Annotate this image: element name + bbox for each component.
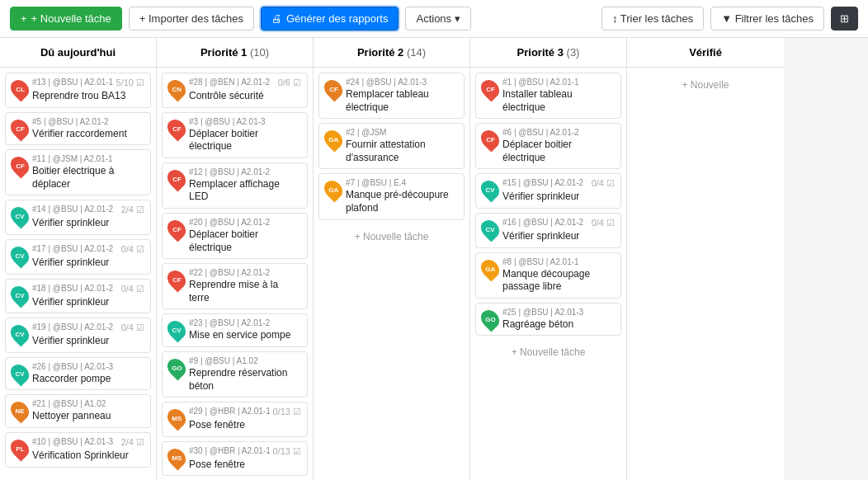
- task-card[interactable]: NE #21 | @BSU | A1.02 Nettoyer panneau: [5, 394, 151, 428]
- card-inner: CF #6 | @BSU | A2.01-2 Déplacer boitier …: [482, 128, 615, 164]
- task-pin: CF: [163, 115, 189, 141]
- column-header-priority2: Priorité 2 (14): [314, 38, 469, 68]
- task-card[interactable]: CF #11 | @JSM | A2.01-1 Boitier électriq…: [5, 149, 151, 195]
- column-body-today: CL #13 | @BSU | A2.01-1 5/10 ☑ Reprendre…: [0, 68, 156, 480]
- task-card[interactable]: CV #26 | @BSU | A2.01-3 Raccorder pompe: [5, 357, 151, 391]
- task-card[interactable]: CV #23 | @BSU | A2.01-2 Mise en service …: [162, 313, 308, 347]
- card-inner: GA #2 | @JSM Fournir attestation d'assur…: [325, 128, 458, 164]
- task-card[interactable]: CF #24 | @BSU | A2.01-3 Remplacer tablea…: [318, 73, 465, 119]
- card-title: Vérifier sprinkleur: [32, 335, 144, 348]
- card-inner: CF #5 | @BSU | A2.01-2 Vérifier raccorde…: [12, 117, 144, 141]
- card-meta: #15 | @BSU | A2.01-2 0/4 ☑: [502, 178, 615, 189]
- card-progress: 5/10 ☑: [116, 78, 144, 88]
- card-inner: CF #1 | @BSU | A2.01-1 Installer tableau…: [482, 78, 615, 114]
- card-title: Déplacer boitier électrique: [189, 228, 301, 254]
- card-meta: #12 | @BSU | A2.01-2: [189, 167, 301, 176]
- card-meta: #2 | @JSM: [346, 128, 458, 137]
- card-inner: CL #13 | @BSU | A2.01-1 5/10 ☑ Reprendre…: [12, 78, 144, 103]
- task-card[interactable]: GA #7 | @BSU | E.4 Manque pré-découpure …: [318, 173, 465, 219]
- column-count: (14): [407, 46, 426, 59]
- card-inner: CV #15 | @BSU | A2.01-2 0/4 ☑ Vérifier s…: [482, 178, 615, 204]
- card-meta: #3 | @BSU | A2.01-3: [189, 117, 301, 126]
- task-pin: GO: [163, 355, 189, 380]
- task-pin: GA: [477, 256, 502, 281]
- task-pin: CF: [477, 76, 502, 101]
- sort-button[interactable]: ↕ Trier les tâches: [601, 7, 704, 31]
- board: Dû aujourd'hui CL #13 | @BSU | A2.01-1 5…: [0, 38, 868, 480]
- card-meta: #18 | @BSU | A2.01-2 0/4 ☑: [32, 284, 144, 294]
- task-pin: CV: [7, 322, 32, 347]
- column-label: Dû aujourd'hui: [40, 46, 116, 59]
- actions-button[interactable]: Actions ▾: [405, 7, 470, 31]
- card-title: Déplacer boitier électrique: [189, 128, 301, 153]
- task-pin: GA: [320, 127, 346, 153]
- card-inner: CF #24 | @BSU | A2.01-3 Remplacer tablea…: [325, 78, 458, 114]
- task-pin: MS: [163, 406, 189, 431]
- new-task-priority3[interactable]: + Nouvelle tâche: [475, 340, 621, 365]
- task-card[interactable]: CV #16 | @BSU | A2.01-2 0/4 ☑ Vérifier s…: [475, 213, 621, 248]
- task-card[interactable]: GO #25 | @BSU | A2.01-3 Ragréage béton: [475, 303, 621, 336]
- task-pin: GO: [477, 306, 502, 332]
- task-card[interactable]: CV #17 | @BSU | A2.01-2 0/4 ☑ Vérifier s…: [5, 239, 151, 275]
- grid-icon: ⊞: [840, 12, 849, 25]
- task-card[interactable]: CF #6 | @BSU | A2.01-2 Déplacer boitier …: [475, 123, 621, 169]
- card-meta: #8 | @BSU | A2.01-1: [502, 257, 615, 266]
- card-title: Fournir attestation d'assurance: [346, 139, 458, 164]
- card-title: Ragréage béton: [502, 318, 615, 332]
- card-title: Pose fenêtre: [189, 459, 301, 472]
- card-meta: #6 | @BSU | A2.01-2: [502, 128, 615, 137]
- task-card[interactable]: CL #13 | @BSU | A2.01-1 5/10 ☑ Reprendre…: [5, 73, 151, 108]
- card-meta: #10 | @BSU | A2.01-3 2/4 ☑: [32, 437, 144, 448]
- filter-button[interactable]: ▼ Filtrer les tâches: [710, 7, 824, 31]
- task-card[interactable]: CV #14 | @BSU | A2.01-2 2/4 ☑ Vérifier s…: [5, 200, 151, 235]
- task-pin: CV: [7, 242, 32, 268]
- column-label: Priorité 2: [357, 46, 403, 59]
- task-card[interactable]: CN #28 | @BEN | A2.01-2 0/6 ☑ Contrôle s…: [162, 73, 308, 108]
- card-title: Vérifier sprinkleur: [32, 256, 144, 270]
- column-label: Vérifié: [689, 46, 722, 59]
- column-priority1: Priorité 1 (10) CN #28 | @BEN | A2.01-2 …: [157, 38, 314, 480]
- task-card[interactable]: CF #5 | @BSU | A2.01-2 Vérifier raccorde…: [5, 112, 151, 146]
- column-body-priority2: CF #24 | @BSU | A2.01-3 Remplacer tablea…: [314, 68, 469, 480]
- task-card[interactable]: MS #30 | @HBR | A2.01-1 0/13 ☑ Pose fenê…: [162, 441, 308, 477]
- card-meta: #14 | @BSU | A2.01-2 2/4 ☑: [32, 205, 144, 215]
- task-pin: CV: [163, 318, 189, 343]
- task-card[interactable]: GA #2 | @JSM Fournir attestation d'assur…: [318, 123, 465, 169]
- task-pin: PL: [7, 435, 32, 461]
- column-label: Priorité 3: [517, 46, 564, 59]
- card-meta: #5 | @BSU | A2.01-2: [32, 117, 144, 126]
- task-card[interactable]: CV #19 | @BSU | A2.01-2 0/4 ☑ Vérifier s…: [5, 318, 151, 353]
- card-progress: 2/4 ☑: [121, 205, 144, 215]
- task-card[interactable]: PL #10 | @BSU | A2.01-3 2/4 ☑ Vérificati…: [5, 432, 151, 468]
- task-pin: NE: [7, 398, 32, 424]
- new-task-button[interactable]: + + Nouvelle tâche: [10, 7, 122, 31]
- task-card[interactable]: CV #18 | @BSU | A2.01-2 0/4 ☑ Vérifier s…: [5, 279, 151, 314]
- card-title: Vérifier sprinkleur: [32, 217, 144, 230]
- task-card[interactable]: CV #15 | @BSU | A2.01-2 0/4 ☑ Vérifier s…: [475, 173, 621, 209]
- card-inner: CF #20 | @BSU | A2.01-2 Déplacer boitier…: [168, 218, 301, 254]
- card-meta: #22 | @BSU | A2.01-2: [189, 268, 301, 277]
- grid-view-button[interactable]: ⊞: [831, 7, 858, 31]
- card-progress: 0/6 ☑: [278, 78, 301, 88]
- task-card[interactable]: CF #20 | @BSU | A2.01-2 Déplacer boitier…: [162, 213, 308, 259]
- import-button[interactable]: + Importer des tâches: [129, 7, 254, 31]
- card-meta: #19 | @BSU | A2.01-2 0/4 ☑: [32, 322, 144, 333]
- task-card[interactable]: CF #12 | @BSU | A2.01-2 Remplacer affich…: [162, 162, 308, 209]
- card-progress: 0/13 ☑: [273, 446, 301, 457]
- task-card[interactable]: CF #1 | @BSU | A2.01-1 Installer tableau…: [475, 73, 621, 119]
- card-meta: #1 | @BSU | A2.01-1: [502, 78, 615, 87]
- new-task-today[interactable]: + Nouvelle tâche: [5, 472, 151, 480]
- task-pin: CF: [163, 216, 189, 242]
- task-card[interactable]: GO #9 | @BSU | A1.02 Reprendre réservati…: [162, 351, 308, 398]
- generate-reports-button[interactable]: 🖨 Générer des rapports: [261, 7, 399, 31]
- card-title: Reprendre trou BA13: [32, 90, 144, 103]
- card-progress: 0/4 ☑: [121, 244, 144, 255]
- card-title: Déplacer boitier électrique: [502, 139, 615, 164]
- task-card[interactable]: CF #22 | @BSU | A2.01-2 Reprendre mise à…: [162, 263, 308, 309]
- task-card[interactable]: GA #8 | @BSU | A2.01-1 Manque découpage …: [475, 252, 621, 299]
- new-task-priority2[interactable]: + Nouvelle tâche: [318, 224, 465, 249]
- task-card[interactable]: MS #29 | @HBR | A2.01-1 0/13 ☑ Pose fenê…: [162, 402, 308, 437]
- new-task-verifie[interactable]: + Nouvelle: [632, 73, 779, 97]
- column-header-priority1: Priorité 1 (10): [157, 38, 313, 68]
- task-card[interactable]: CF #3 | @BSU | A2.01-3 Déplacer boitier …: [162, 112, 308, 158]
